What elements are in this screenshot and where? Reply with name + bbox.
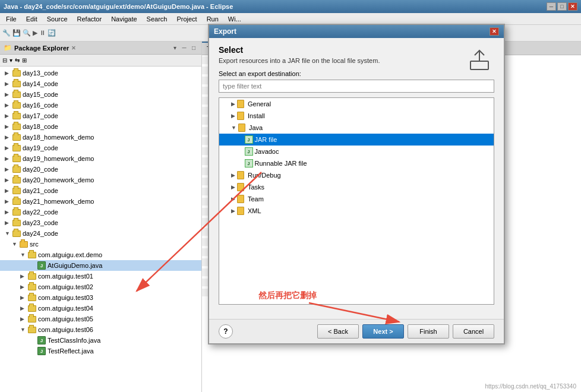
panel-minimize-btn[interactable]: ─ [180,44,188,52]
tree-item-day21[interactable]: ▶ day21_code [0,185,201,196]
menu-search[interactable]: Search [143,13,171,24]
menu-project[interactable]: Project [173,13,200,24]
tree-item-day20[interactable]: ▶ day20_code [0,164,201,175]
tree-item-test03[interactable]: ▶ com.atguigu.test03 [0,292,201,303]
export-dialog: Export ✕ Select Export resources into a … [208,24,505,344]
export-tree-jar[interactable]: J JAR file [219,134,494,146]
next-button[interactable]: Next > [362,324,404,339]
package-icon-day19hw [12,154,21,163]
panel-close-icon[interactable]: ✕ [71,45,76,51]
finish-button[interactable]: Finish [408,324,449,339]
package-icon-day21 [12,186,21,195]
tree-item-day21hw[interactable]: ▶ day21_homework_demo [0,196,201,207]
back-button[interactable]: < Back [317,324,359,339]
tree-item-atguigudemo[interactable]: J AtGuiguDemo.java [0,260,201,271]
expand-arrow-day18hw: ▶ [5,134,12,140]
export-tree-xml[interactable]: ▶ XML [219,205,494,217]
expand-arrow-test03: ▶ [20,295,27,301]
tree-item-day16[interactable]: ▶ day16_code [0,100,201,110]
explorer-sync-icon[interactable]: ⇆ [15,57,20,64]
expand-arrow-day21: ▶ [5,188,12,194]
java-icon-atguigudemo: J [37,261,46,270]
tree-item-day19hw[interactable]: ▶ day19_homework_demo [0,153,201,164]
menu-wi[interactable]: Wi... [225,13,245,24]
menu-edit[interactable]: Edit [23,13,41,24]
minimize-button[interactable]: ─ [547,2,556,11]
export-tree-javadoc[interactable]: J Javadoc [219,146,494,157]
menu-refactor[interactable]: Refactor [74,13,106,24]
tree-item-test04[interactable]: ▶ com.atguigu.test04 [0,303,201,314]
expand-arrow-day22: ▶ [5,209,12,215]
export-tree-list[interactable]: ▶ General ▶ Install ▼ Java [219,97,494,305]
package-icon-day18hw [12,132,21,142]
tree-label-day15: day15_code [23,91,58,98]
expand-arrow-day19hw: ▶ [5,156,12,162]
tree-item-test02[interactable]: ▶ com.atguigu.test02 [0,282,201,292]
package-icon-day13 [12,68,21,78]
tree-item-day20hw[interactable]: ▶ day20_homework_demo [0,175,201,185]
panel-title-text: Package Explorer [14,45,69,52]
menu-source[interactable]: Source [43,13,71,24]
help-button[interactable]: ? [219,324,233,339]
explorer-expand-icon[interactable]: ⊞ [22,57,27,64]
explorer-collapse-icon[interactable]: ⊟ [2,57,7,64]
maximize-button[interactable]: □ [557,2,567,11]
menu-navigate[interactable]: Navigate [108,13,140,24]
package-icon-day24 [12,229,21,238]
package-icon-day20hw [12,175,21,185]
package-icon-test03 [27,293,37,302]
tree-item-testreflect[interactable]: J TestReflect.java [0,346,201,356]
tree-label-day17: day17_code [23,112,58,119]
close-button[interactable]: ✕ [568,2,577,11]
tree-item-day18hw[interactable]: ▶ day18_homework_demo [0,132,201,143]
export-tree-general[interactable]: ▶ General [219,98,494,110]
export-tree-runnable-jar[interactable]: J Runnable JAR file [219,157,494,169]
export-tree-rundebug[interactable]: ▶ Run/Debug [219,169,494,181]
tree-item-test06[interactable]: ▼ com.atguigu.test06 [0,324,201,335]
tree-item-src[interactable]: ▼ src [0,239,201,249]
no-expand-reflect [30,348,37,354]
tree-item-day17[interactable]: ▶ day17_code [0,110,201,121]
tree-item-day15[interactable]: ▶ day15_code [0,89,201,100]
tree-item-ext-demo[interactable]: ▼ com.atguigu.ext.demo [0,249,201,260]
expand-arrow-day24: ▼ [5,230,12,236]
tree-item-testclassinfo[interactable]: J TestClassInfo.java [0,335,201,346]
tree-item-day19[interactable]: ▶ day19_code [0,143,201,153]
dialog-close-button[interactable]: ✕ [490,27,499,36]
export-tree-install[interactable]: ▶ Install [219,110,494,122]
menu-file[interactable]: File [2,13,20,24]
tree-item-day23[interactable]: ▶ day23_code [0,217,201,228]
tree-item-day14[interactable]: ▶ day14_code [0,78,201,89]
menu-bar: File Edit Source Refactor Navigate Searc… [0,13,581,25]
package-icon-day16 [12,100,21,110]
export-label-jar: JAR file [255,136,277,143]
expand-arrow-day15: ▶ [5,91,12,97]
tree-label-test06: com.atguigu.test06 [38,326,93,333]
cancel-button[interactable]: Cancel [453,324,494,339]
tree-item-day18[interactable]: ▶ day18_code [0,121,201,132]
window-title: Java - day24_code/src/com/atguigu/ext/de… [4,3,233,10]
expand-arrow-day17: ▶ [5,113,12,119]
tree-item-day13[interactable]: ▶ day13_code [0,68,201,78]
filter-input[interactable] [219,80,494,93]
export-tree-team[interactable]: ▶ Team [219,193,494,205]
dialog-header-area: Select Export resources into a JAR file … [219,45,494,70]
expand-arrow-ext-demo: ▼ [20,252,27,258]
package-icon-day23 [12,218,21,227]
export-tree-java[interactable]: ▼ Java [219,122,494,134]
tree-item-day22[interactable]: ▶ day22_code [0,207,201,217]
tree-label-testclassinfo: TestClassInfo.java [48,337,100,344]
menu-run[interactable]: Run [203,13,222,24]
tree-item-test01[interactable]: ▶ com.atguigu.test01 [0,271,201,282]
explorer-filter-icon[interactable]: ▾ [10,57,12,64]
tree-item-day24[interactable]: ▼ day24_code [0,228,201,239]
panel-menu-btn[interactable]: ▾ [170,44,179,52]
export-tree-tasks[interactable]: ▶ Tasks [219,181,494,193]
panel-title: 📁 Package Explorer ✕ [4,44,76,52]
folder-icon-xml [237,206,247,216]
dialog-section-title: Select [219,45,494,55]
tree-item-test05[interactable]: ▶ com.atguigu.test05 [0,314,201,324]
package-icon-day18 [12,122,21,131]
tree-area[interactable]: ▶ day13_code ▶ day14_code ▶ day15_code ▶ [0,67,201,392]
panel-maximize-btn[interactable]: □ [190,44,198,52]
